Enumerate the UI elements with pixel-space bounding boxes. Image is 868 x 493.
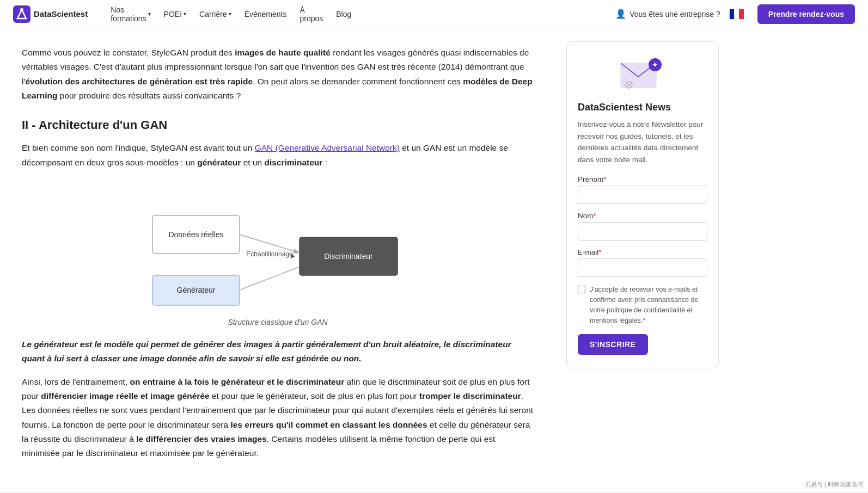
subscribe-button[interactable]: S'INSCRIRE [578,334,648,355]
blockquote: Le générateur est le modèle qui permet d… [22,337,534,366]
chevron-down-icon: ▾ [229,11,231,17]
svg-marker-12 [291,254,295,258]
svg-point-18 [628,84,630,86]
enterprise-link[interactable]: 👤 Vous êtes une entreprise ? [615,9,720,19]
svg-text:Discriminateur: Discriminateur [324,252,373,261]
nav-link-carriere[interactable]: Carrière ▾ [194,7,237,22]
prenom-label: Prénom* [578,175,707,183]
nav-link-evenements[interactable]: Événements [239,7,292,22]
para3-text-3: et pour que le générateur, soit de plus … [210,391,419,400]
cta-button[interactable]: Prendre rendez-vous [757,4,855,24]
consent-label: J'accepte de recevoir vos e-mails et con… [590,285,707,325]
section-title: II - Architecture d'un GAN [22,118,534,132]
gan-link[interactable]: GAN (Generative Adversarial Network) [255,143,400,152]
intro-paragraph: Comme vous pouvez le constater, StyleGAN… [22,46,534,103]
nav-link-poei[interactable]: POEI ▾ [158,7,192,22]
intro-bold-2: évolution des architectures de génératio… [25,77,253,86]
logo-link[interactable]: DataScientest [13,5,88,23]
nom-input[interactable] [578,222,707,241]
para3-bold-1: on entraine à la fois le générateur et l… [130,377,345,386]
logo-icon [13,5,30,23]
enterprise-icon: 👤 [615,9,626,19]
svg-text:Echantillonnage: Echantillonnage [246,250,293,258]
para2-bold-2: discriminateur [264,158,322,167]
para3: Ainsi, lors de l'entrainement, on entrai… [22,375,534,461]
main-content: Comme vous pouvez le constater, StyleGAN… [0,28,555,491]
flag-white [734,9,739,19]
newsletter-desc: Inscrivez-vous à notre Newsletter pour r… [578,119,707,165]
logo-text: DataScientest [34,9,88,19]
para3-bold-3: tromper le discriminateur [419,391,521,400]
intro-bold-1: images de haute qualité [235,48,331,57]
nav-link-formations[interactable]: Nos formations ▾ [105,2,156,26]
newsletter-card: ✦ DataScientest News Inscrivez-vous à no… [566,41,719,368]
para3-bold-5: le différencier des vraies images [136,434,267,443]
flag-blue [730,9,735,19]
svg-text:Générateur: Générateur [177,286,216,294]
chevron-down-icon: ▾ [148,11,151,17]
svg-rect-0 [13,5,30,23]
intro-text-4: pour produire des résultats aussi convai… [57,91,241,100]
newsletter-icon: ✦ [618,55,667,93]
language-flag[interactable] [729,9,744,20]
sidebar: ✦ DataScientest News Inscrivez-vous à no… [555,28,730,491]
email-label: E-mail* [578,248,707,256]
para2: Et bien comme son nom l'indique, StyleGA… [22,141,534,170]
svg-line-10 [240,267,298,290]
para2-text-1: Et bien comme son nom l'indique, StyleGA… [22,143,255,152]
newsletter-form: Prénom* Nom* E-mail* J'accepte de recevo… [578,175,707,355]
nav-links: Nos formations ▾ POEI ▾ Carrière ▾ Événe… [105,2,357,26]
consent-checkbox[interactable] [578,286,585,293]
para3-bold-4: les erreurs qu'il commet en classant les… [230,420,427,429]
checkbox-row: J'accepte de recevoir vos e-mails et con… [578,285,707,325]
navbar: DataScientest Nos formations ▾ POEI ▾ Ca… [0,0,868,28]
gan-diagram: Données réelles Générateur Discriminateu… [22,183,534,313]
newsletter-title: DataScientest News [578,102,707,113]
intro-text-1: Comme vous pouvez le constater, StyleGAN… [22,48,235,57]
para3-bold-2: différencier image réelle et image génér… [41,391,209,400]
para2-text-3: et un [241,158,264,167]
svg-point-2 [20,8,23,11]
diagram-caption: Structure classique d'un GAN [22,318,534,326]
email-input[interactable] [578,258,707,277]
svg-text:✦: ✦ [652,60,658,69]
nav-link-blog[interactable]: Blog [331,7,357,22]
nav-link-apropos[interactable]: À propos [294,2,328,26]
page-wrapper: Comme vous pouvez le constater, StyleGAN… [0,0,868,491]
nom-label: Nom* [578,212,707,220]
intro-text-3: . On peut alors se demander comment fonc… [253,77,463,86]
svg-text:Données réelles: Données réelles [168,230,223,239]
watermark: 刃易号 | 时尚玩家岳可 [805,480,864,489]
gan-diagram-svg: Données réelles Générateur Discriminateu… [131,183,425,313]
newsletter-icon-wrapper: ✦ [578,55,707,95]
para2-text-4: : [322,158,327,167]
flag-red [739,9,744,19]
para3-text-1: Ainsi, lors de l'entrainement, [22,377,130,386]
prenom-input[interactable] [578,186,707,204]
para2-bold-1: générateur [197,158,241,167]
chevron-down-icon: ▾ [184,11,186,17]
